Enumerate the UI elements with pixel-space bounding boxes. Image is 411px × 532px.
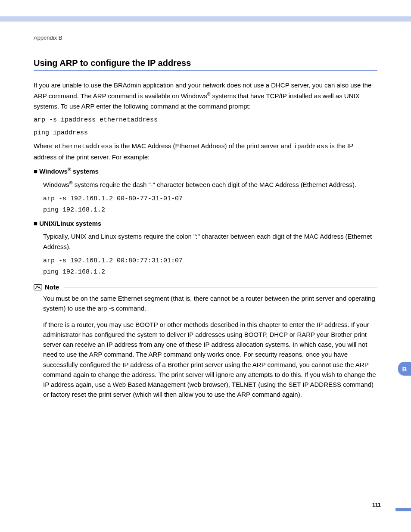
note-p2: If there is a router, you may use BOOTP …: [43, 320, 377, 400]
bullet-icon: ■: [34, 168, 37, 175]
unix-heading: ■ UNIX/Linux systems: [34, 220, 377, 227]
note-header: Note: [34, 283, 377, 291]
windows-body-b: systems require the dash "-" character b…: [73, 181, 356, 188]
where-eth: ethernetaddress: [54, 143, 112, 150]
command-arp-generic: arp -s ipaddress ethernetaddress: [34, 115, 377, 125]
where-ip: ipaddress: [293, 143, 328, 150]
note-bottom-line: [34, 406, 377, 406]
windows-cmd-arp: arp -s 192.168.1.2 00-80-77-31-01-07: [43, 193, 377, 205]
top-border: [0, 0, 411, 22]
unix-section: ■ UNIX/Linux systems Typically, UNIX and…: [34, 220, 377, 277]
where-a: Where: [34, 142, 54, 149]
windows-body: Windows® systems require the dash "-" ch…: [43, 179, 377, 190]
windows-heading: ■ Windows® systems: [34, 167, 377, 175]
note-header-line: [64, 287, 377, 287]
reg-mark: ®: [68, 167, 71, 172]
intro-paragraph: If you are unable to use the BRAdmin app…: [34, 80, 377, 112]
page-content: Appendix B Using ARP to configure the IP…: [0, 22, 411, 406]
command-ping-generic: ping ipaddress: [34, 128, 377, 138]
unix-body: Typically, UNIX and Linux systems requir…: [43, 231, 377, 252]
where-paragraph: Where ethernetaddress is the MAC Address…: [34, 141, 377, 162]
windows-cmd-ping: ping 192.168.1.2: [43, 205, 377, 216]
windows-heading-a: Windows: [39, 168, 68, 175]
note-icon: [34, 284, 42, 291]
side-tab: B: [398, 362, 411, 376]
windows-body-a: Windows: [43, 181, 69, 188]
bullet-icon: ■: [34, 220, 37, 227]
note-title: Note: [45, 283, 59, 291]
unix-cmd-ping: ping 192.168.1.2: [43, 267, 377, 278]
note-p1: You must be on the same Ethernet segment…: [43, 293, 377, 314]
note-body: You must be on the same Ethernet segment…: [43, 293, 377, 400]
section-title: Using ARP to configure the IP address: [34, 58, 377, 68]
windows-section: ■ Windows® systems Windows® systems requ…: [34, 167, 377, 215]
unix-cmd-arp: arp -s 192.168.1.2 00:80:77:31:01:07: [43, 255, 377, 267]
page-number-accent: [395, 508, 411, 511]
appendix-header: Appendix B: [34, 34, 377, 41]
title-underline: [34, 70, 377, 71]
reg-mark: ®: [69, 180, 73, 185]
unix-heading-text: UNIX/Linux systems: [39, 220, 101, 227]
note-block: Note You must be on the same Ethernet se…: [34, 283, 377, 406]
where-b: is the MAC Address (Ethernet Address) of…: [112, 142, 293, 149]
windows-heading-b: systems: [71, 168, 99, 175]
page-number: 111: [372, 502, 381, 508]
